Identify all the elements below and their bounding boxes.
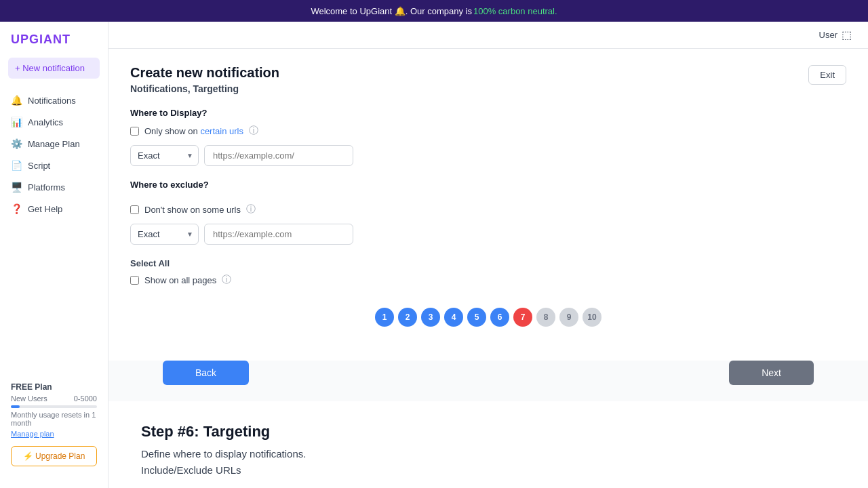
exclude-match-select[interactable]: Exact Contains Starts with bbox=[130, 224, 199, 245]
notification-form: Create new notification Notifications, T… bbox=[108, 49, 868, 361]
dont-show-row: Don't show on some urls ⓘ bbox=[130, 203, 846, 216]
nav-buttons: Back Next bbox=[108, 361, 868, 401]
page-dot-1[interactable]: 1 bbox=[375, 308, 394, 327]
sidebar-item-platforms[interactable]: 🖥️ Platforms bbox=[0, 176, 108, 198]
sidebar-item-label: Script bbox=[28, 161, 50, 171]
step-title: Step #6: Targeting bbox=[141, 423, 835, 441]
plan-reset-text: Monthly usage resets in 1 month bbox=[11, 411, 97, 427]
exclude-select-wrapper: Exact Contains Starts with ▼ bbox=[130, 224, 199, 245]
exclude-url-input[interactable] bbox=[204, 224, 353, 245]
certain-urls-link[interactable]: certain urls bbox=[200, 126, 243, 136]
page-dot-9[interactable]: 9 bbox=[559, 308, 578, 327]
page-dot-2[interactable]: 2 bbox=[398, 308, 417, 327]
logo: UPGIANT bbox=[0, 33, 108, 58]
main-content: User ⬚ Create new notification Notificat… bbox=[108, 22, 868, 488]
user-menu[interactable]: User ⬚ bbox=[819, 28, 852, 41]
sidebar-nav: 🔔 Notifications 📊 Analytics ⚙️ Manage Pl… bbox=[0, 89, 108, 220]
sidebar-item-label: Manage Plan bbox=[28, 139, 80, 149]
step-text-line-1: Define where to display notifications. bbox=[141, 446, 835, 462]
dont-show-help-icon[interactable]: ⓘ bbox=[246, 203, 256, 216]
page-dot-8[interactable]: 8 bbox=[536, 308, 555, 327]
show-all-pages-row: Show on all pages ⓘ bbox=[130, 274, 846, 286]
manage-plan-link[interactable]: Manage plan bbox=[11, 430, 97, 438]
sidebar-item-manage-plan[interactable]: ⚙️ Manage Plan bbox=[0, 133, 108, 155]
notifications-icon: 🔔 bbox=[11, 95, 22, 106]
form-title: Create new notification bbox=[130, 65, 846, 81]
show-all-pages-label: Show on all pages bbox=[144, 275, 216, 285]
include-url-input[interactable] bbox=[204, 145, 353, 166]
page-dot-6[interactable]: 6 bbox=[490, 308, 509, 327]
sidebar-item-label: Platforms bbox=[28, 182, 65, 192]
exclude-url-row: Exact Contains Starts with ▼ bbox=[130, 224, 846, 245]
pagination: 1 2 3 4 5 6 7 8 9 10 bbox=[130, 294, 846, 338]
select-all-label: Select All bbox=[130, 258, 846, 268]
dont-show-checkbox[interactable] bbox=[130, 205, 139, 214]
where-to-display-title: Where to Display? bbox=[130, 108, 846, 118]
sidebar-item-label: Notifications bbox=[28, 96, 76, 106]
only-show-row: Only show on certain urls ⓘ bbox=[130, 125, 846, 137]
only-show-label: Only show on certain urls bbox=[144, 126, 243, 136]
plan-bar-fill bbox=[11, 405, 20, 408]
form-subtitle: Notifications, Targetting bbox=[130, 83, 846, 94]
where-to-exclude-title: Where to exclude? bbox=[130, 180, 846, 190]
page-dot-4[interactable]: 4 bbox=[444, 308, 463, 327]
platforms-icon: 🖥️ bbox=[11, 182, 22, 192]
sidebar-item-analytics[interactable]: 📊 Analytics bbox=[0, 111, 108, 133]
logout-icon: ⬚ bbox=[842, 28, 852, 41]
plan-progress-bar bbox=[11, 405, 97, 408]
include-match-select[interactable]: Exact Contains Starts with bbox=[130, 145, 199, 166]
sidebar-bottom: FREE Plan New Users 0-5000 Monthly usage… bbox=[0, 371, 108, 477]
sidebar-item-get-help[interactable]: ❓ Get Help bbox=[0, 198, 108, 220]
include-select-wrapper: Exact Contains Starts with ▼ bbox=[130, 145, 199, 166]
back-button[interactable]: Back bbox=[163, 361, 249, 385]
page-content: Create new notification Notifications, T… bbox=[108, 49, 868, 488]
only-show-checkbox[interactable] bbox=[130, 127, 139, 136]
manage-plan-icon: ⚙️ bbox=[11, 138, 22, 149]
plan-section: FREE Plan New Users 0-5000 Monthly usage… bbox=[11, 382, 97, 438]
page-dot-7[interactable]: 7 bbox=[513, 308, 532, 327]
show-all-help-icon[interactable]: ⓘ bbox=[222, 274, 231, 286]
analytics-icon: 📊 bbox=[11, 117, 22, 127]
exit-button[interactable]: Exit bbox=[808, 65, 846, 85]
step-text-line-2: Include/Exclude URLs bbox=[141, 462, 835, 479]
banner-link[interactable]: 100% carbon neutral. bbox=[473, 6, 557, 16]
sidebar-item-label: Analytics bbox=[28, 117, 63, 127]
sidebar: UPGIANT + New notification 🔔 Notificatio… bbox=[0, 22, 108, 488]
page-dot-3[interactable]: 3 bbox=[421, 308, 440, 327]
script-icon: 📄 bbox=[11, 160, 22, 171]
dont-show-label: Don't show on some urls bbox=[144, 205, 241, 215]
plan-label: FREE Plan bbox=[11, 382, 97, 392]
help-icon: ❓ bbox=[11, 203, 22, 214]
next-button[interactable]: Next bbox=[729, 361, 814, 385]
sidebar-item-label: Get Help bbox=[28, 204, 62, 214]
new-notification-button[interactable]: + New notification bbox=[8, 58, 100, 79]
plan-users: New Users 0-5000 bbox=[11, 394, 97, 403]
page-header: User ⬚ bbox=[108, 22, 868, 49]
user-label: User bbox=[819, 30, 837, 40]
step-description: Step #6: Targeting Define where to displ… bbox=[108, 401, 868, 488]
page-dot-5[interactable]: 5 bbox=[467, 308, 486, 327]
include-url-row: Exact Contains Starts with ▼ bbox=[130, 145, 846, 166]
upgrade-plan-button[interactable]: ⚡ Upgrade Plan bbox=[11, 446, 97, 466]
sidebar-item-notifications[interactable]: 🔔 Notifications bbox=[0, 89, 108, 111]
page-dot-10[interactable]: 10 bbox=[583, 308, 601, 327]
only-show-help-icon[interactable]: ⓘ bbox=[249, 125, 258, 137]
banner-text: Welcome to UpGiant 🔔. Our company is bbox=[311, 6, 472, 16]
show-all-pages-checkbox[interactable] bbox=[130, 276, 139, 285]
sidebar-item-script[interactable]: 📄 Script bbox=[0, 155, 108, 176]
top-banner: Welcome to UpGiant 🔔. Our company is 100… bbox=[0, 0, 868, 22]
